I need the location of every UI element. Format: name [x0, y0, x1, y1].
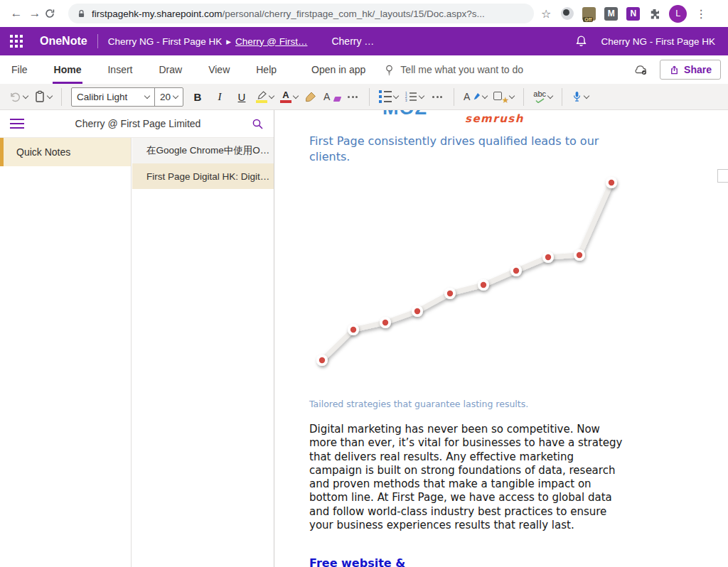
dictate-button[interactable]: [572, 90, 589, 103]
bullet-list-button[interactable]: [379, 90, 398, 103]
app-launcher-waffle-icon[interactable]: [0, 35, 33, 48]
off-badge: Off: [583, 17, 593, 22]
toolbar-divider: [562, 88, 562, 106]
clear-format-letter: A: [323, 91, 330, 102]
underline-button[interactable]: U: [234, 91, 250, 103]
reload-glyph: [44, 8, 55, 19]
numbered-list-button[interactable]: 1 2 3: [405, 91, 424, 102]
profile-avatar[interactable]: L: [669, 5, 687, 23]
sidebar-columns: Quick Notes 在Google Chrome中使用O… First Pa…: [0, 138, 274, 567]
tab-draw[interactable]: Draw: [157, 55, 183, 84]
address-bar[interactable]: firstpagehk-my.sharepoint.com/personal/c…: [68, 4, 534, 23]
open-in-app-button[interactable]: Open in app: [311, 55, 365, 84]
toolbar-divider: [369, 88, 370, 106]
microphone-icon: [572, 90, 582, 103]
numbered-list-chevron[interactable]: [419, 92, 424, 98]
save-status-cloud-icon[interactable]: [633, 55, 648, 84]
breadcrumb-section-link[interactable]: Cherry @ First…: [235, 36, 307, 47]
app-name[interactable]: OneNote: [40, 35, 87, 48]
font-color-button[interactable]: A: [280, 90, 298, 103]
undo-dropdown-chevron[interactable]: [23, 92, 28, 98]
tab-home[interactable]: Home: [53, 55, 83, 84]
font-size-select[interactable]: 20: [155, 92, 173, 102]
note-subtitle[interactable]: Tailored strategies that guarantee lasti…: [309, 399, 528, 409]
m-extension-icon[interactable]: M: [604, 7, 618, 21]
more-list-options-icon[interactable]: [430, 96, 444, 98]
font-color-chevron[interactable]: [293, 92, 299, 98]
growth-chart-image[interactable]: [309, 174, 626, 389]
styles-button[interactable]: A: [464, 91, 487, 102]
breadcrumb: Cherry NG - First Page HK ▸ Cherry @ Fir…: [108, 36, 308, 47]
toolbar-divider: [523, 88, 524, 106]
page-item-first-page-digital[interactable]: First Page Digital HK: Digit…: [132, 163, 274, 189]
breadcrumb-notebook[interactable]: Cherry NG - First Page HK: [108, 36, 223, 47]
bookmark-star-icon[interactable]: ☆: [541, 7, 551, 21]
format-painter-button[interactable]: [304, 91, 317, 103]
share-label: Share: [684, 64, 712, 75]
font-controls: Calibri Light 20: [71, 87, 183, 107]
spell-check-chevron[interactable]: [547, 92, 553, 98]
tag-icon: ★: [493, 90, 508, 103]
font-size-chevron[interactable]: [173, 92, 178, 98]
more-font-options-icon[interactable]: [346, 96, 360, 98]
hamburger-menu-icon[interactable]: [10, 119, 24, 129]
bullet-list-chevron[interactable]: [393, 92, 399, 98]
bell-glyph: [575, 35, 587, 48]
numbered-list-icon: 1 2 3: [405, 91, 417, 102]
note-canvas[interactable]: MOZ semrush First Page consistently driv…: [274, 110, 728, 567]
highlighter-chevron[interactable]: [269, 92, 274, 98]
format-painter-icon: [304, 91, 317, 103]
free-website-link[interactable]: Free website &: [309, 556, 405, 567]
spell-check-button[interactable]: abc: [533, 90, 552, 103]
font-name-select[interactable]: Calibri Light: [72, 92, 145, 102]
highlighter-icon: [256, 91, 267, 103]
tags-chevron[interactable]: [509, 92, 515, 98]
tab-view[interactable]: View: [207, 55, 231, 84]
notifications-bell-icon[interactable]: [567, 35, 595, 48]
breadcrumb-separator: ▸: [226, 36, 231, 47]
dictate-chevron[interactable]: [584, 92, 589, 98]
page-item-google-chrome[interactable]: 在Google Chrome中使用O…: [132, 138, 274, 163]
highlighter-button[interactable]: [256, 91, 274, 103]
eye-extension-icon[interactable]: [561, 7, 574, 20]
tell-me-search[interactable]: Tell me what you want to do: [384, 55, 523, 84]
moz-logo-text: MOZ: [382, 110, 432, 119]
search-icon[interactable]: [252, 118, 264, 130]
undo-button[interactable]: [9, 91, 28, 103]
share-button[interactable]: Share: [660, 60, 721, 80]
styles-chevron[interactable]: [482, 92, 488, 98]
font-color-letter: A: [282, 90, 289, 99]
current-page-title[interactable]: Cherry …: [331, 36, 374, 47]
onenote-extension-icon[interactable]: N: [626, 7, 640, 21]
note-heading[interactable]: First Page consistently drives qualified…: [309, 134, 611, 165]
tab-file[interactable]: File: [10, 55, 29, 84]
tags-button[interactable]: ★: [493, 90, 514, 103]
back-icon[interactable]: ←: [7, 6, 26, 21]
paste-button[interactable]: [34, 90, 52, 103]
reload-icon[interactable]: [44, 8, 63, 19]
browser-menu-icon[interactable]: ⋮: [695, 7, 707, 21]
tab-help[interactable]: Help: [255, 55, 278, 84]
chart-line: [322, 183, 611, 360]
off-extension-icon[interactable]: Off: [582, 7, 596, 21]
clear-formatting-button[interactable]: A: [323, 91, 339, 102]
font-name-chevron[interactable]: [144, 92, 150, 98]
share-icon: [669, 65, 680, 75]
italic-button[interactable]: I: [212, 91, 228, 103]
styles-letter: A: [464, 91, 470, 102]
bold-button[interactable]: B: [190, 91, 205, 103]
highlight-color-bar: [256, 100, 267, 103]
signed-in-user[interactable]: Cherry NG - First Page HK: [601, 36, 715, 47]
styles-brush-icon: [472, 92, 481, 102]
puzzle-extensions-icon[interactable]: [648, 8, 660, 20]
tab-insert[interactable]: Insert: [106, 55, 134, 84]
tell-me-text: Tell me what you want to do: [400, 64, 523, 75]
bullet-list-icon: [379, 90, 392, 103]
moz-logo: MOZ: [382, 110, 432, 119]
section-item-quick-notes[interactable]: Quick Notes: [0, 138, 131, 166]
forward-icon[interactable]: →: [26, 6, 44, 21]
note-paragraph[interactable]: Digital marketing has never been so comp…: [309, 423, 624, 532]
image-resize-handle[interactable]: [717, 169, 728, 183]
clipboard-icon: [34, 90, 46, 103]
paste-dropdown-chevron[interactable]: [47, 92, 53, 98]
